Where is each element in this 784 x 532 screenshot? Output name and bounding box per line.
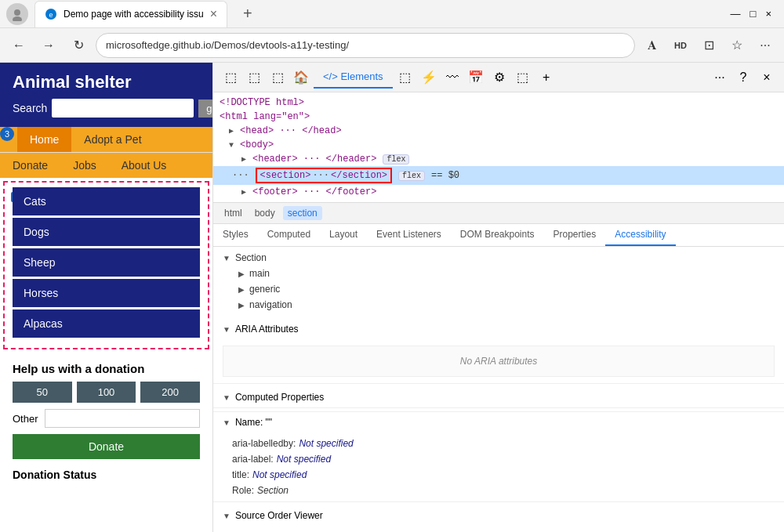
acc-generic-arrow: ▶: [238, 285, 245, 294]
refresh-button[interactable]: ↻: [66, 33, 91, 58]
aria-group-label: ARIA Attributes: [235, 324, 299, 335]
browser-panel: Animal shelter Search go 3 Home Adopt a …: [0, 63, 213, 532]
title-property: title: Not specified: [213, 467, 784, 483]
app-tab-icon[interactable]: ⬚: [512, 67, 534, 89]
devtools-panel: ⬚ ⬚ ⬚ 🏠 </> Elements ⬚ ⚡ 〰 📅 ⚙ ⬚ + ··· ?…: [213, 63, 784, 532]
split-panel-button[interactable]: ⬚: [267, 67, 289, 89]
settings-tab-icon[interactable]: ⚙: [488, 67, 510, 89]
panel-tabs: Styles Computed Layout Event Listeners D…: [213, 224, 784, 247]
sources-tab-icon[interactable]: ⚡: [418, 67, 440, 89]
nav-jobs[interactable]: Jobs: [60, 153, 109, 178]
name-group-arrow: ▼: [223, 418, 230, 427]
nav-donate[interactable]: Donate: [0, 153, 60, 178]
read-aloud-button[interactable]: 𝐀: [640, 33, 665, 58]
dom-doctype[interactable]: <!DOCTYPE html>: [213, 96, 784, 110]
console-tab-icon[interactable]: ⬚: [394, 67, 416, 89]
animal-dogs-button[interactable]: Dogs: [13, 218, 200, 246]
other-amount-input[interactable]: [45, 409, 200, 428]
dom-section-ellipsis: ···: [312, 170, 329, 181]
back-button[interactable]: ←: [6, 33, 31, 58]
animal-alpacas-button[interactable]: Alpacas: [13, 309, 200, 338]
animal-list: 2 Cats Dogs Sheep Horses Alpacas: [6, 187, 206, 346]
inspect-element-button[interactable]: ⬚: [220, 67, 241, 89]
amount-100-button[interactable]: 100: [77, 382, 136, 403]
tab-properties[interactable]: Properties: [544, 224, 606, 246]
tab-styles[interactable]: Styles: [213, 224, 258, 246]
animal-cats-button[interactable]: Cats: [13, 187, 200, 215]
browser-close-button[interactable]: ×: [765, 8, 771, 20]
device-emulation-button[interactable]: ⬚: [243, 67, 265, 89]
address-bar[interactable]: microsoftedge.github.io/Demos/devtools-a…: [96, 33, 635, 58]
other-amount-row: Other: [13, 409, 200, 428]
add-tab-button[interactable]: +: [535, 67, 557, 89]
tab-accessibility[interactable]: Accessibility: [605, 224, 675, 246]
source-order-group: ▼ Source Order Viewer Show source order: [213, 505, 784, 532]
nav-home[interactable]: Home: [17, 127, 71, 152]
tab-layout[interactable]: Layout: [320, 224, 367, 246]
dom-footer-arrow: ▶: [241, 187, 249, 197]
dom-head-text: <head> ··· </head>: [240, 125, 342, 136]
nav-bar: ← → ↻ microsoftedge.github.io/Demos/devt…: [0, 28, 784, 63]
search-go-button[interactable]: go: [198, 100, 213, 118]
dom-header[interactable]: ▶ <header> ··· </header> flex: [213, 152, 784, 166]
breadcrumb-body[interactable]: body: [250, 206, 280, 220]
search-input[interactable]: [52, 99, 194, 118]
tab-dom-breakpoints[interactable]: DOM Breakpoints: [451, 224, 544, 246]
svg-point-0: [14, 9, 20, 16]
aria-label-property: aria-label: Not specified: [213, 451, 784, 467]
dom-html-text: <html lang="en">: [220, 111, 310, 122]
computed-properties-header[interactable]: ▼ Computed Properties: [213, 387, 784, 407]
dom-head-arrow: ▶: [229, 126, 237, 136]
dom-section-selected: <section> ··· </section>: [256, 168, 392, 183]
source-order-header[interactable]: ▼ Source Order Viewer: [213, 505, 784, 526]
tab-favicon: e: [45, 8, 57, 20]
network-tab-icon[interactable]: 〰: [441, 67, 463, 89]
dom-section-wrapper: <section> ··· </section>: [256, 168, 392, 183]
acc-navigation-label: navigation: [249, 299, 292, 310]
search-label: Search: [13, 102, 47, 114]
browser-view-button[interactable]: ⊡: [696, 33, 721, 58]
hd-button[interactable]: HD: [668, 33, 693, 58]
tab-computed[interactable]: Computed: [258, 224, 320, 246]
search-bar: Search go: [13, 99, 200, 118]
name-group-header[interactable]: ▼ Name: "": [213, 412, 784, 432]
maximize-button[interactable]: □: [750, 8, 757, 20]
new-tab-button[interactable]: +: [234, 1, 262, 27]
amount-50-button[interactable]: 50: [13, 382, 72, 403]
acc-tree-navigation: ▶ navigation: [213, 297, 784, 313]
dom-section-line[interactable]: ··· <section> ··· </section> flex == $0: [213, 166, 784, 185]
home-button[interactable]: 🏠: [290, 67, 312, 89]
acc-main-label: main: [249, 268, 270, 279]
dom-html[interactable]: <html lang="en">: [213, 110, 784, 124]
forward-button[interactable]: →: [36, 33, 61, 58]
computed-properties-group: ▼ Computed Properties: [213, 387, 784, 408]
dom-head[interactable]: ▶ <head> ··· </head>: [213, 124, 784, 138]
help-button[interactable]: ?: [732, 67, 754, 89]
nav-adopt[interactable]: Adopt a Pet: [71, 127, 154, 152]
nav-about[interactable]: About Us: [109, 153, 180, 178]
settings-button[interactable]: ···: [753, 33, 778, 58]
aria-attributes-header[interactable]: ▼ ARIA Attributes: [213, 319, 784, 339]
minimize-button[interactable]: —: [731, 8, 741, 20]
performance-tab-icon[interactable]: 📅: [465, 67, 487, 89]
tab-elements[interactable]: </> Elements: [314, 66, 393, 89]
dom-body[interactable]: ▼ <body>: [213, 138, 784, 152]
more-tabs-button[interactable]: ···: [709, 67, 731, 89]
browser-tab-active[interactable]: e Demo page with accessibility issu ×: [34, 1, 227, 27]
favorites-button[interactable]: ☆: [724, 33, 750, 58]
animal-sheep-button[interactable]: Sheep: [13, 248, 200, 277]
tab-close-button[interactable]: ×: [210, 7, 217, 21]
dom-footer[interactable]: ▶ <footer> ··· </footer>: [213, 185, 784, 199]
shelter-sub-nav: Donate Jobs About Us: [0, 152, 212, 178]
dom-section-close: </section>: [331, 170, 387, 181]
animal-horses-button[interactable]: Horses: [13, 279, 200, 307]
tab-event-listeners[interactable]: Event Listeners: [367, 224, 451, 246]
source-order-label: Source Order Viewer: [235, 510, 323, 521]
amount-200-button[interactable]: 200: [140, 382, 200, 403]
donate-button[interactable]: Donate: [13, 434, 200, 459]
donation-title: Help us with a donation: [13, 362, 200, 375]
devtools-close-button[interactable]: ×: [756, 67, 778, 89]
breadcrumb-html[interactable]: html: [220, 206, 247, 220]
breadcrumb-section[interactable]: section: [283, 206, 322, 220]
acc-section-label: Section: [235, 252, 267, 263]
